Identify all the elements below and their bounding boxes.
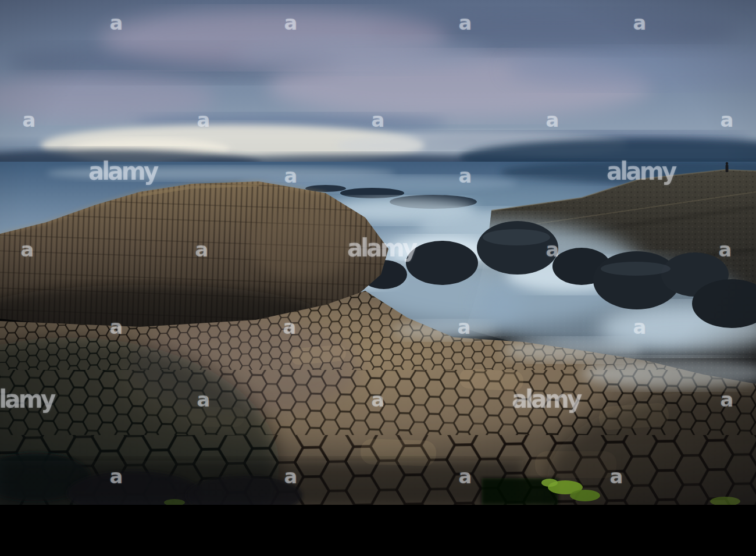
stock-photo-preview: aaaaaaaaaaaaaaaaaaaaaaaaaaalamyalamyalam… [0,0,756,556]
photo-scene [0,0,756,505]
vignette [0,0,756,505]
photo: aaaaaaaaaaaaaaaaaaaaaaaaaaalamyalamyalam… [0,0,756,505]
footer-bar: alamy Image ID: F24J0F www.alamy.com [0,505,756,556]
